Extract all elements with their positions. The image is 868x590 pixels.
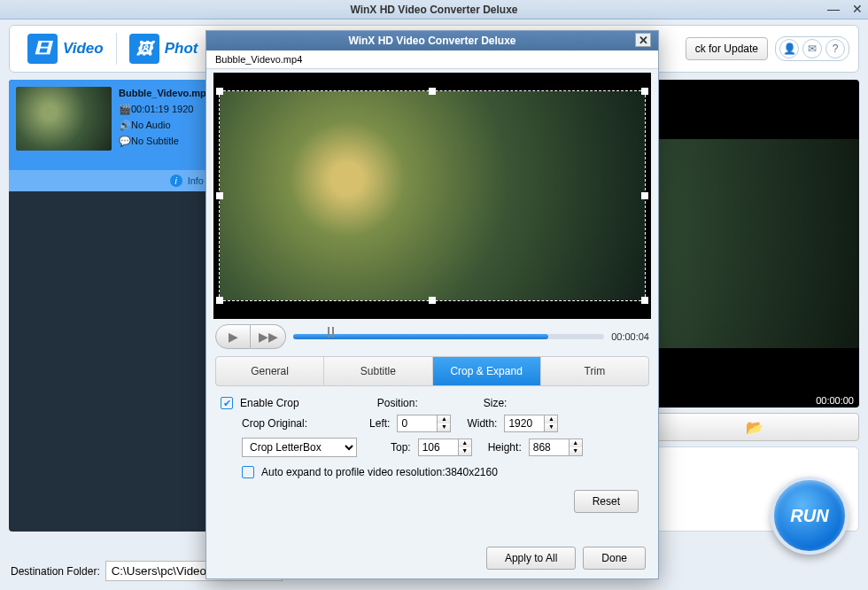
file-list: Bubble_Videvo.mp4 🎬00:01:19 1920 🔊No Aud… (9, 80, 216, 532)
slider-thumb[interactable] (324, 327, 338, 345)
main-titlebar: WinX HD Video Converter Deluxe — ✕ (0, 0, 868, 19)
spinner[interactable]: ▲▼ (545, 415, 558, 432)
subtitle-icon: 💬 (119, 133, 131, 149)
crop-handle[interactable] (641, 297, 648, 304)
dest-label: Destination Folder: (11, 565, 100, 578)
seek-slider[interactable] (293, 334, 604, 339)
info-icon: i (170, 175, 182, 187)
clapper-icon: 🎬 (119, 101, 131, 117)
position-label: Position: (377, 397, 418, 409)
dialog-tabs: General Subtitle Crop & Expand Trim (215, 356, 649, 386)
ffwd-button[interactable]: ▶▶ (251, 324, 286, 349)
app-title: WinX HD Video Converter Deluxe (350, 4, 517, 16)
width-input[interactable] (504, 415, 545, 432)
add-video-button[interactable]: 🎞 Video (19, 34, 112, 64)
info-button[interactable]: i Info (9, 170, 216, 191)
add-photo-button[interactable]: 🖼 Phot (120, 34, 207, 64)
thumbnail (16, 87, 112, 151)
crop-original-label: Crop Original: (242, 417, 307, 430)
minimize-icon[interactable]: — (827, 2, 840, 16)
size-label: Size: (484, 397, 508, 409)
run-button[interactable]: RUN (771, 477, 849, 555)
photo-label: Phot (165, 40, 198, 58)
dialog-preview (213, 73, 651, 319)
close-icon[interactable]: ✕ (852, 2, 863, 16)
play-button[interactable]: ▶ (215, 324, 251, 349)
dialog-title: WinX HD Video Converter Deluxe (348, 35, 515, 47)
crop-dialog: WinX HD Video Converter Deluxe ✕ Bubble_… (205, 30, 659, 579)
dialog-filename: Bubble_Videvo.mp4 (206, 50, 658, 69)
crop-handle[interactable] (429, 88, 436, 95)
dialog-titlebar: WinX HD Video Converter Deluxe ✕ (206, 31, 658, 50)
top-input[interactable] (418, 439, 459, 456)
apply-all-button[interactable]: Apply to All (486, 547, 576, 570)
spinner[interactable]: ▲▼ (570, 439, 583, 456)
audio-icon: 🔊 (119, 117, 131, 133)
tab-crop[interactable]: Crop & Expand (433, 357, 541, 385)
play-time: 00:00:04 (611, 331, 649, 342)
spinner[interactable]: ▲▼ (459, 439, 472, 456)
preview-time: 00:00:00 (816, 395, 854, 406)
help-icon[interactable]: ? (825, 39, 845, 58)
crop-handle[interactable] (216, 297, 223, 304)
autoexpand-checkbox[interactable]: ✔ (242, 466, 254, 478)
video-label: Video (63, 40, 104, 58)
tab-general[interactable]: General (216, 357, 324, 385)
crop-handle[interactable] (641, 88, 648, 95)
item-metadata: Bubble_Videvo.mp4 🎬00:01:19 1920 🔊No Aud… (119, 80, 212, 170)
folder-button[interactable]: 📂 (651, 413, 859, 441)
crop-original-select[interactable]: Crop LetterBox (242, 438, 357, 457)
enable-crop-checkbox[interactable]: ✔ (221, 397, 233, 409)
tab-trim[interactable]: Trim (541, 357, 648, 385)
crop-handle[interactable] (641, 192, 648, 199)
enable-crop-label: Enable Crop (240, 397, 299, 409)
list-item[interactable]: Bubble_Videvo.mp4 🎬00:01:19 1920 🔊No Aud… (9, 80, 216, 170)
autoexpand-label: Auto expand to profile video resolution:… (261, 466, 498, 478)
mail-icon[interactable]: ✉ (802, 39, 822, 58)
photo-icon: 🖼 (129, 34, 159, 64)
account-icon[interactable]: 👤 (779, 39, 799, 58)
spinner[interactable]: ▲▼ (438, 415, 451, 432)
crop-region[interactable] (219, 90, 646, 301)
crop-handle[interactable] (216, 192, 223, 199)
crop-handle[interactable] (429, 297, 436, 304)
separator (116, 33, 117, 65)
reset-button[interactable]: Reset (574, 490, 639, 513)
check-update-button[interactable]: ck for Update (686, 37, 768, 60)
height-input[interactable] (529, 439, 570, 456)
filename-label: Bubble_Videvo.mp4 (119, 85, 212, 101)
video-icon: 🎞 (27, 34, 58, 64)
done-button[interactable]: Done (583, 547, 646, 570)
crop-frame (220, 91, 645, 300)
left-input[interactable] (397, 415, 438, 432)
close-button[interactable]: ✕ (635, 33, 651, 47)
crop-handle[interactable] (216, 88, 223, 95)
tab-subtitle[interactable]: Subtitle (324, 357, 432, 385)
